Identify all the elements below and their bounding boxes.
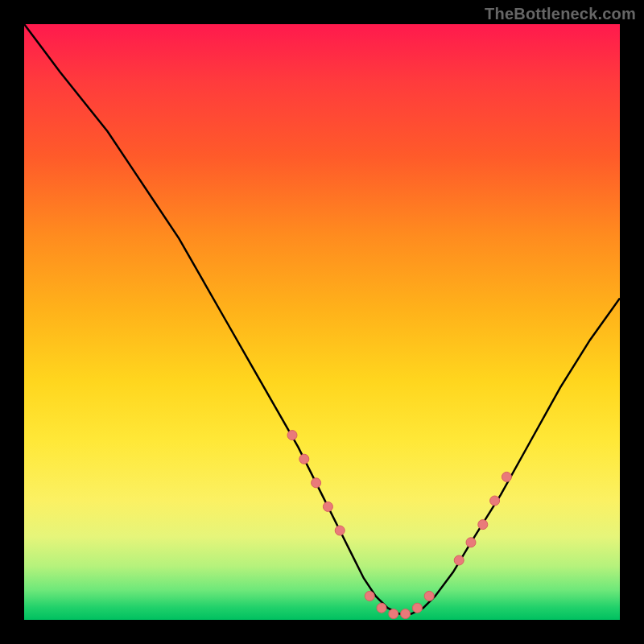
- marker-dot: [312, 478, 321, 488]
- marker-dot: [377, 603, 386, 613]
- marker-dot: [502, 472, 511, 481]
- marker-dot: [299, 454, 309, 464]
- marker-dot: [389, 609, 398, 619]
- marker-dot: [323, 502, 332, 511]
- bottleneck-curve: [24, 24, 620, 614]
- curve-overlay: [24, 24, 620, 620]
- marker-dot: [365, 591, 374, 601]
- marker-dot: [466, 538, 476, 547]
- marker-dot: [401, 609, 411, 619]
- marker-dot: [478, 520, 488, 530]
- marker-layer: [287, 431, 511, 619]
- marker-dot: [454, 555, 464, 565]
- marker-dot: [424, 591, 434, 601]
- chart-container: TheBottleneck.com: [0, 0, 644, 644]
- watermark-label: TheBottleneck.com: [485, 5, 636, 23]
- marker-dot: [490, 496, 500, 506]
- marker-dot: [335, 526, 345, 535]
- plot-area: [24, 24, 620, 620]
- marker-dot: [287, 431, 297, 440]
- marker-dot: [412, 603, 422, 613]
